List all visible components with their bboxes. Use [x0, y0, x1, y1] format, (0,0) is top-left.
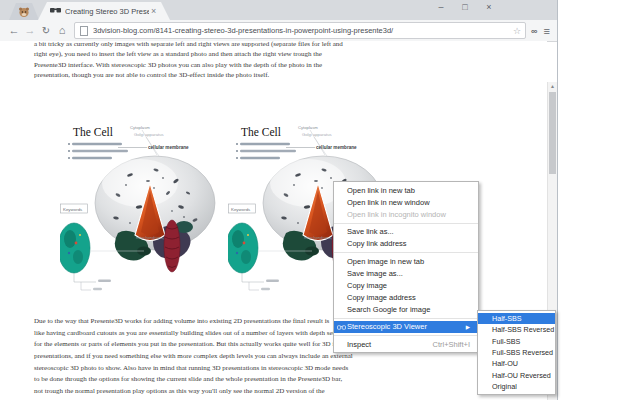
- tab-strip: Creating Stereo 3D Prese × – □ ×: [0, 0, 557, 20]
- screen: Creating Stereo 3D Prese × – □ × ← → ↻ ⌂…: [0, 0, 640, 400]
- forward-button[interactable]: →: [22, 25, 38, 36]
- submenu-item-original[interactable]: Original: [478, 381, 555, 392]
- tab-close-icon[interactable]: ×: [151, 7, 156, 16]
- back-button[interactable]: ←: [6, 25, 22, 36]
- text-line: stereoscopic 3D photo to show. Also have…: [34, 363, 353, 375]
- menu-separator: [334, 318, 478, 319]
- scroll-up-icon[interactable]: ▲: [548, 82, 557, 91]
- bookmark-star-icon[interactable]: ☆: [513, 26, 521, 36]
- submenu-item-half-ou-reversed[interactable]: Half-OU Reversed: [478, 369, 555, 380]
- menu-separator: [334, 223, 478, 224]
- text-line: right eye), you need to insert the left …: [34, 49, 343, 59]
- address-bar[interactable]: 3dvision-blog.com/8141-creating-stereo-3…: [74, 22, 526, 39]
- active-tab[interactable]: Creating Stereo 3D Prese ×: [38, 2, 170, 20]
- menu-item-copy-image[interactable]: Copy image: [334, 279, 478, 291]
- article-paragraph-top: a bit tricky as currently only images wi…: [34, 39, 343, 80]
- window-close-button[interactable]: ×: [483, 1, 495, 13]
- scrollbar-thumb[interactable]: [549, 92, 556, 174]
- menu-item-open-image-new-tab[interactable]: Open image in new tab: [334, 255, 478, 267]
- slide-image-left[interactable]: The Cell Cytoplasm Golgi apparatus cellu…: [60, 115, 230, 300]
- reload-button[interactable]: ↻: [38, 25, 54, 36]
- submenu-arrow-icon: ▶: [466, 324, 470, 330]
- menu-item-inspect[interactable]: Inspect Ctrl+Shift+I: [334, 338, 478, 350]
- menu-item-copy-link-address[interactable]: Copy link address: [334, 238, 478, 250]
- text-line: to be done through the options for showi…: [34, 374, 353, 386]
- text-line: not trough the normal presentation play …: [34, 386, 353, 398]
- page-icon: [80, 26, 88, 36]
- menu-item-label: Stereoscopic 3D Viewer: [347, 322, 427, 331]
- home-button[interactable]: ⌂: [54, 25, 70, 36]
- menu-item-save-image-as[interactable]: Save image as...: [334, 267, 478, 279]
- menu-item-search-google-for-image[interactable]: Search Google for image: [334, 304, 478, 316]
- menu-item-open-link-new-window[interactable]: Open link in new window: [334, 196, 478, 208]
- minimize-button[interactable]: –: [435, 1, 447, 13]
- menu-item-open-link-new-tab[interactable]: Open link in new tab: [334, 184, 478, 196]
- text-line: like having cardboard cutouts as you are…: [34, 328, 353, 340]
- site-favicon-3d-glasses-icon: [50, 7, 61, 15]
- menu-item-copy-image-address[interactable]: Copy image address: [334, 292, 478, 304]
- text-line: Due to the way that Presente3D works for…: [34, 316, 353, 328]
- url-text[interactable]: 3dvision-blog.com/8141-creating-stereo-3…: [93, 26, 513, 35]
- text-line: a bit tricky as currently only images wi…: [34, 39, 343, 49]
- menu-separator: [334, 252, 478, 253]
- submenu-item-half-ou[interactable]: Half-OU: [478, 358, 555, 369]
- submenu-item-full-sbs-reversed[interactable]: Full-SBS Reversed: [478, 347, 555, 358]
- window-controls: – □ ×: [435, 1, 495, 13]
- submenu-item-half-sbs[interactable]: Half-SBS: [478, 313, 555, 324]
- article-paragraph-bottom: Due to the way that Presente3D works for…: [34, 316, 353, 398]
- chrome-menu-icon[interactable]: ≡: [543, 25, 549, 37]
- text-line: for the elements or parts of elements yo…: [34, 339, 353, 351]
- text-line: presentations, and if you need something…: [34, 351, 353, 363]
- tab-title: Creating Stereo 3D Prese: [65, 7, 149, 16]
- stereo-glasses-icon: [337, 324, 346, 333]
- menu-item-stereoscopic-3d-viewer[interactable]: Stereoscopic 3D Viewer ▶: [334, 321, 478, 333]
- submenu-item-half-sbs-reversed[interactable]: Half-SBS Reversed: [478, 324, 555, 335]
- context-menu: Open link in new tab Open link in new wi…: [333, 181, 479, 353]
- shortcut-label: Ctrl+Shift+I: [432, 340, 470, 349]
- maximize-button[interactable]: □: [459, 1, 471, 13]
- text-line: Presente3D interface. With stereoscopic …: [34, 60, 343, 70]
- pinned-tab[interactable]: [9, 3, 39, 20]
- menu-item-save-link-as[interactable]: Save link as...: [334, 226, 478, 238]
- extension-icon[interactable]: ∞: [531, 26, 537, 36]
- menu-item-label: Inspect: [347, 340, 371, 349]
- menu-item-open-link-incognito: Open link in incognito window: [334, 208, 478, 220]
- text-line: presentation, though you are not able to…: [34, 70, 343, 80]
- submenu-item-full-sbs[interactable]: Full-SBS: [478, 336, 555, 347]
- menu-separator: [334, 335, 478, 336]
- stereo-3d-viewer-submenu: Half-SBS Half-SBS Reversed Full-SBS Full…: [477, 310, 556, 395]
- pinned-tab-favicon-icon: [18, 6, 30, 18]
